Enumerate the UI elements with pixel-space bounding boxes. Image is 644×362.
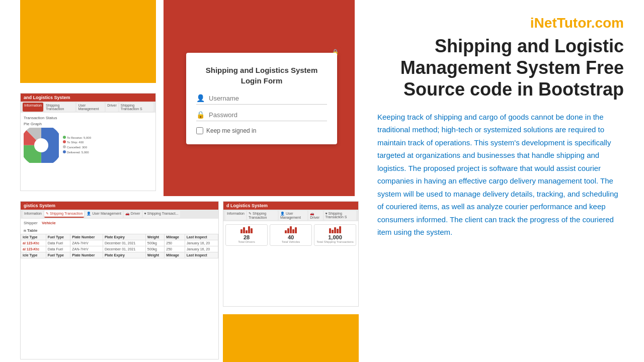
stat-transactions: 1,000 Total Shipping Transactions [314,224,356,246]
password-input[interactable] [209,111,327,119]
cell-fuel2: Data Fuel [46,246,70,252]
bl-nav-user: User Management [76,103,105,112]
transactions-label: Total Shipping Transactions [316,240,354,244]
pie-graph-title: Pie Graph [24,122,152,126]
cell-inspect2: January 16, 20 [185,246,218,252]
bm-nav-trans2: ♥ Shipping Transact... [143,211,180,218]
col-weight2: Weight [145,252,164,258]
bl-content: Transaction Status Pie Graph To Receive:… [21,113,155,165]
table-row: al 123-Ktc Data Fuel ZAN-7HrV December 0… [21,246,218,252]
bm-header: gistics System [21,202,218,210]
brd-nav-driver: 🚗 Driver [308,211,323,220]
cell-fuel: Data Fuel [46,240,70,246]
left-panel: 🔒 Shipping and Logistics System Login Fo… [0,0,357,362]
brd-nav-shipping: ✎ Shipping Transaction [247,211,278,220]
cell-expiry: December 01, 2021 [103,240,145,246]
col-inspect2: Last Inspect [185,252,218,258]
col-plate: Plate Number [70,234,103,240]
cell-vehicle-type2: al 123-Ktc [21,246,46,252]
main-heading: Shipping and Logistic Management System … [377,35,624,101]
cell-mileage2: 250 [165,246,185,252]
vehicle-table-panel: gistics System Information ✎ Shipping Tr… [20,201,219,359]
vehicle-table: icle Type Fuel Type Plate Number Plate E… [21,234,218,258]
drivers-label: Total Drivers [227,240,266,244]
vehicles-label: Total Vehicles [272,240,310,244]
description: Keeping track of shipping and cargo of g… [377,111,624,239]
col-weight: Weight [145,234,164,240]
brd-stats: 28 Total Drivers 40 Total Vehicles [223,221,358,249]
cell-mileage: 250 [165,240,185,246]
bm-table-title: n Table [21,227,218,234]
bm-nav-shipping: ✎ Shipping Transaction [44,211,84,218]
col-fuel: Fuel Type [46,234,70,240]
drivers-num: 28 [227,234,266,240]
brd-nav-info: Information [225,211,246,220]
col-vehicle-type: icle Type [21,234,46,240]
password-icon: 🔒 [196,111,205,119]
pie-area: To Receive: 5,000 To Ship: 400 Cancelled… [24,128,152,163]
pie-svg [24,128,59,163]
brd-nav-user: 👤 User Management [279,211,307,220]
bl-header: and Logistics System [21,94,155,102]
cell-vehicle-type: al 123-Ktc [21,240,46,246]
login-card: Shipping and Logistics System Login Form… [186,53,337,144]
cell-plate2: ZAN-7HrV [70,246,103,252]
cell-weight2: 500kg [145,246,164,252]
transactions-bar [316,226,354,233]
col-fuel2: Fuel Type [46,252,70,258]
col-mileage: Mileage [165,234,185,240]
stat-drivers: 28 Total Drivers [225,224,268,246]
bl-nav-information: Information [23,103,43,112]
table-row: al 123-Ktc Data Fuel ZAN-7HrV December 0… [21,240,218,246]
table-row-header2: icle Type Fuel Type Plate Number Plate E… [21,252,218,258]
pie-legend: To Receive: 5,000 To Ship: 400 Cancelled… [63,136,91,155]
bm-nav-user: 👤 User Management [85,211,123,218]
col-mileage2: Mileage [165,252,185,258]
user-icon: 👤 [196,94,205,102]
stat-vehicles: 40 Total Vehicles [270,224,312,246]
vehicles-num: 40 [272,234,310,240]
bl-nav-driver: Driver [106,103,118,112]
brand-title: iNetTutor.com [377,15,624,31]
col-plate2: Plate Number [70,252,103,258]
vehicles-bar [272,226,310,233]
brd-header: d Logistics System [223,202,358,210]
bm-filter-value: Vehicle [42,221,56,225]
col-expiry: Plate Expiry [103,234,145,240]
bm-nav-info: Information [23,211,43,218]
bl-nav: Information Shipping Transaction User Ma… [21,102,155,113]
cell-weight: 500kg [145,240,164,246]
keep-signed-label: Keep me signed in [206,127,256,134]
col-inspect: Last Inspect [185,234,218,240]
keep-signed-checkbox[interactable] [196,127,203,134]
password-field-wrapper: 🔒 [196,111,327,121]
transactions-num: 1,000 [316,234,354,240]
cell-expiry2: December 01, 2021 [103,246,145,252]
col-expiry2: Plate Expiry [103,252,145,258]
drivers-bar [227,226,266,233]
right-panel: iNetTutor.com Shipping and Logistic Mana… [357,0,644,362]
dashboard-panel: d Logistics System Information ✎ Shippin… [223,201,359,307]
bm-nav-driver: 🚗 Driver [124,211,142,218]
cell-plate: ZAN-7HrV [70,240,103,246]
brd-nav: Information ✎ Shipping Transaction 👤 Use… [223,210,358,221]
bottom-right-yellow [223,314,359,362]
username-input[interactable] [209,95,327,102]
cell-inspect: January 16, 20 [185,240,218,246]
bm-filter: Shipper Vehicle [21,219,218,227]
bl-nav-shipping: Shipping Transaction [44,103,75,112]
transaction-status: Transaction Status [24,116,152,120]
top-left-yellow [20,0,156,83]
username-field-wrapper: 👤 [196,94,327,105]
bm-nav: Information ✎ Shipping Transaction 👤 Use… [21,210,218,219]
col-vehicle-type2: icle Type [21,252,46,258]
login-title: Shipping and Logistics System Login Form [196,65,327,86]
pie-chart-panel: and Logistics System Information Shippin… [20,93,156,191]
keep-signed-wrapper: Keep me signed in [196,127,327,134]
brd-nav-trans: ♥ Shipping Transaction S [324,211,357,220]
bl-nav-trans: Shipping Transaction S [119,103,153,112]
